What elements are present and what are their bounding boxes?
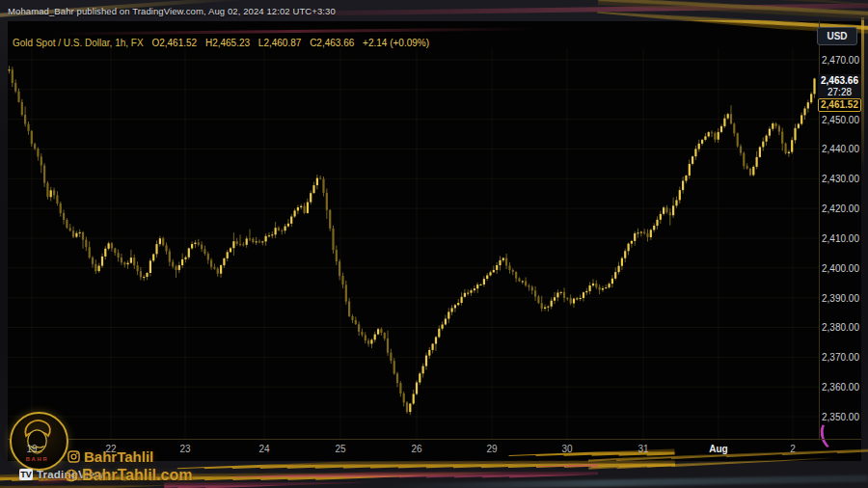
instagram-handle-text: BahrTahlil [84,448,153,465]
time-axis-label: Aug [709,444,727,454]
website-handle[interactable]: BahrTahlil.com [65,467,192,484]
price-tick-label: 2,400.00 [820,263,861,274]
time-axis-label: 24 [258,444,269,454]
publisher-text: Mohamad_Bahr published on TradingView.co… [8,6,336,16]
time-axis-label: 23 [179,444,190,454]
time-axis-label: 19 [26,444,37,454]
decor-bottom-teal-curve [386,475,868,488]
time-axis-label: 29 [486,444,497,454]
legend-open-value: O2,461.52 [151,38,197,48]
avatar-face-art: BAHR [12,414,63,465]
legend-change-value: +2.14 (+0.09%) [363,38,429,48]
decor-bottom-pink-band [164,464,598,488]
time-axis-label: 26 [411,444,421,454]
current-price-value: 2,463.66 [818,75,861,87]
instagram-icon [68,450,80,463]
price-tick-label: 2,360.00 [820,382,861,393]
avatar: BAHR [10,412,68,471]
time-axis-label: 30 [561,444,572,454]
symbol-title[interactable]: Gold Spot / U.S. Dollar, 1h, FX [13,38,144,48]
bar-countdown: 27:28 [818,87,861,98]
chart-panel[interactable] [8,21,861,461]
tradingview-logo-icon: TV [19,469,33,480]
price-tick-label: 2,410.00 [820,233,861,244]
legend-low-value: L2,460.87 [258,38,302,48]
price-tick-label: 2,470.00 [820,55,861,66]
globe-icon [65,469,78,482]
website-handle-text: BahrTahlil.com [82,467,192,484]
price-tick-label: 2,440.00 [820,144,861,154]
price-tick-label: 2,370.00 [820,352,861,363]
symbol-legend[interactable]: Gold Spot / U.S. Dollar, 1h, FX O2,461.5… [13,38,435,48]
current-price-label: 2,463.66 27:28 [818,74,861,99]
price-tick-label: 2,350.00 [820,412,861,422]
time-axis-label: 25 [335,444,345,454]
time-axis-label: 2 [790,444,796,454]
decor-right-edge-gold [861,17,864,172]
instagram-handle[interactable]: BahrTahlil [68,448,153,465]
time-axis-label: 31 [637,444,648,454]
open-price-label: 2,461.52 [818,98,861,112]
legend-close-value: C2,463.66 [310,38,354,48]
price-tick-label: 2,430.00 [820,174,861,184]
price-tick-label: 2,380.00 [820,322,861,333]
legend-high-value: H2,465.23 [205,38,250,48]
currency-button[interactable]: USD [817,27,857,45]
price-tick-label: 2,450.00 [820,115,861,125]
avatar-name: BAHR [26,456,49,462]
time-axis-separator [8,439,861,440]
price-tick-label: 2,420.00 [820,203,861,214]
price-tick-label: 2,390.00 [820,293,861,304]
